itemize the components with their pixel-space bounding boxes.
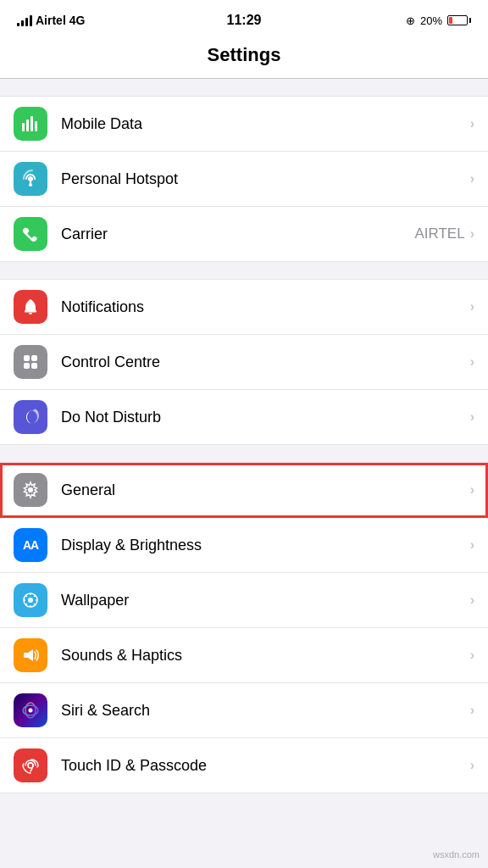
- svg-rect-0: [22, 123, 25, 131]
- battery-percent: 20%: [420, 14, 442, 27]
- svg-line-22: [26, 604, 28, 605]
- svg-rect-8: [24, 355, 30, 361]
- battery-icon: [447, 15, 471, 25]
- settings-item-touch-id[interactable]: Touch ID & Passcode ›: [0, 738, 488, 793]
- settings-item-mobile-data[interactable]: Mobile Data ›: [0, 97, 488, 152]
- carrier-signal: Airtel 4G: [17, 14, 85, 27]
- signal-icon: [17, 14, 32, 26]
- settings-item-sounds-haptics[interactable]: Sounds & Haptics ›: [0, 628, 488, 683]
- settings-item-general[interactable]: General ›: [0, 463, 488, 518]
- touch-id-chevron: ›: [470, 758, 474, 773]
- personal-hotspot-icon: [14, 162, 47, 196]
- wallpaper-label: Wallpaper: [61, 592, 470, 609]
- general-chevron: ›: [470, 482, 474, 498]
- status-bar: Airtel 4G 11:29 ⊕ 20%: [0, 0, 488, 37]
- touch-id-label: Touch ID & Passcode: [61, 757, 470, 775]
- notifications-chevron: ›: [470, 299, 474, 314]
- settings-item-notifications[interactable]: Notifications ›: [0, 280, 488, 335]
- sounds-haptics-label: Sounds & Haptics: [61, 647, 470, 665]
- carrier-chevron: ›: [470, 226, 474, 242]
- personal-hotspot-label: Personal Hotspot: [61, 170, 470, 188]
- svg-point-12: [28, 487, 33, 492]
- svg-rect-10: [24, 363, 30, 369]
- settings-item-personal-hotspot[interactable]: Personal Hotspot ›: [0, 152, 488, 207]
- control-centre-chevron: ›: [470, 354, 474, 370]
- svg-point-5: [29, 183, 32, 186]
- svg-point-27: [29, 709, 33, 713]
- svg-line-20: [34, 604, 36, 605]
- mobile-data-chevron: ›: [470, 116, 474, 131]
- wallpaper-icon: [14, 583, 47, 617]
- mobile-data-label: Mobile Data: [61, 115, 470, 133]
- settings-item-siri-search[interactable]: Siri & Search ›: [0, 683, 488, 738]
- display-brightness-icon: AA: [14, 528, 47, 562]
- status-time: 11:29: [227, 13, 262, 28]
- settings-item-do-not-disturb[interactable]: Do Not Disturb ›: [0, 390, 488, 444]
- display-brightness-label: Display & Brightness: [61, 537, 470, 554]
- svg-rect-9: [31, 355, 37, 361]
- do-not-disturb-icon: [14, 400, 47, 434]
- svg-marker-24: [28, 649, 33, 661]
- settings-item-carrier[interactable]: Carrier AIRTEL ›: [0, 207, 488, 261]
- watermark: wsxdn.com: [433, 849, 480, 860]
- settings-group-system: Notifications › Control Centre ›: [0, 279, 488, 445]
- svg-point-4: [28, 176, 33, 181]
- general-label: General: [61, 481, 470, 499]
- control-centre-icon: [14, 345, 47, 379]
- carrier-icon: [14, 217, 47, 251]
- svg-rect-23: [24, 653, 28, 658]
- display-brightness-chevron: ›: [470, 537, 474, 553]
- notifications-label: Notifications: [61, 298, 470, 316]
- settings-group-network: Mobile Data › Personal Hotspot ›: [0, 96, 488, 262]
- svg-rect-3: [35, 121, 37, 131]
- svg-rect-11: [31, 363, 37, 369]
- sounds-haptics-icon: [14, 638, 47, 672]
- siri-search-icon: [14, 693, 47, 727]
- svg-line-21: [34, 596, 36, 598]
- svg-point-14: [28, 598, 33, 603]
- settings-item-wallpaper[interactable]: Wallpaper ›: [0, 573, 488, 628]
- settings-group-display: General › AA Display & Brightness ›: [0, 462, 488, 793]
- carrier-value: AIRTEL: [414, 225, 464, 242]
- carrier-name: Airtel: [36, 14, 66, 27]
- notifications-icon: [14, 290, 47, 324]
- general-icon: [14, 473, 47, 507]
- personal-hotspot-chevron: ›: [470, 171, 474, 186]
- settings-item-control-centre[interactable]: Control Centre ›: [0, 335, 488, 390]
- mobile-data-icon: [14, 107, 47, 141]
- sounds-haptics-chevron: ›: [470, 648, 474, 663]
- svg-rect-7: [25, 310, 36, 313]
- svg-line-19: [26, 596, 28, 598]
- do-not-disturb-label: Do Not Disturb: [61, 409, 470, 426]
- page-title-bar: Settings: [0, 37, 488, 79]
- network-type: 4G: [69, 14, 86, 27]
- do-not-disturb-chevron: ›: [470, 409, 474, 425]
- svg-rect-2: [30, 116, 33, 131]
- battery-area: ⊕ 20%: [406, 14, 471, 27]
- carrier-label: Carrier: [61, 225, 414, 243]
- siri-search-label: Siri & Search: [61, 702, 470, 720]
- settings-item-display-brightness[interactable]: AA Display & Brightness ›: [0, 518, 488, 573]
- touch-id-icon: [14, 748, 47, 782]
- wallpaper-chevron: ›: [470, 593, 474, 608]
- siri-search-chevron: ›: [470, 703, 474, 718]
- control-centre-label: Control Centre: [61, 353, 470, 371]
- page-title: Settings: [17, 44, 471, 66]
- svg-rect-1: [26, 120, 29, 131]
- location-icon: ⊕: [406, 14, 415, 27]
